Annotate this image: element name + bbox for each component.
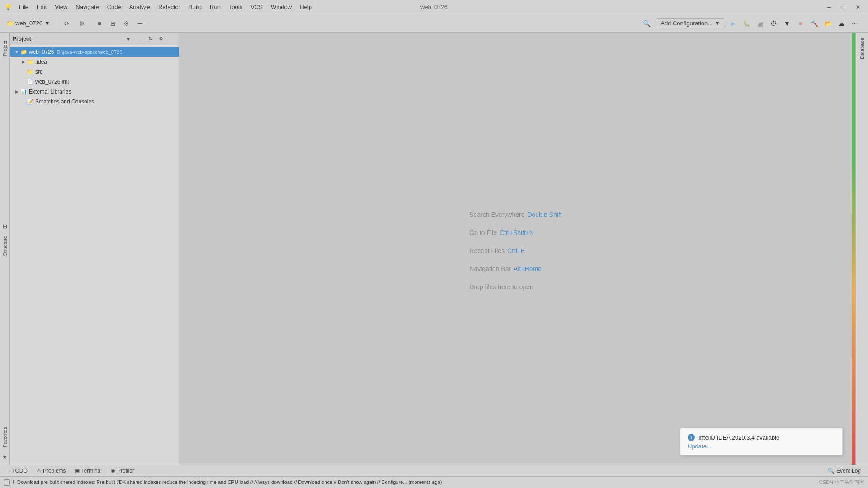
tree-item-name-src: src [35,69,42,75]
menu-vcs[interactable]: VCS [247,3,266,11]
sidebar-item-database[interactable]: Database [858,34,867,63]
tree-item-name-iml: web_0726.iml [35,79,69,85]
run-with-dropdown[interactable]: ▼ [781,18,793,29]
profiler-icon: ◉ [111,468,115,474]
notification-title: i IntelliJ IDEA 2020.3.4 available [688,434,835,441]
sidebar-item-favorites[interactable]: Favorites [1,422,9,452]
panel-close-btn[interactable]: ─ [167,34,176,43]
coverage-button[interactable]: ▣ [754,18,766,29]
maximize-button[interactable]: □ [837,3,850,12]
menu-navigate[interactable]: Navigate [72,3,102,11]
menu-edit[interactable]: Edit [33,3,50,11]
event-log-label: Event Log [836,468,861,474]
settings-button[interactable]: ⚙ [76,17,89,30]
panel-collapse-btn[interactable]: ≡ [135,34,144,43]
menu-window[interactable]: Window [267,3,295,11]
project-panel-header: Project ▼ ≡ ⇅ ⚙ ─ [10,33,179,45]
problems-icon: ⚠ [37,468,41,474]
tree-item-project-root[interactable]: ▼ 📁 web_0726 D:\java-web-space\web_0726 [10,47,179,57]
terminal-icon: ▣ [75,468,80,474]
status-bar: ⬇ Download pre-built shared indexes: Pre… [0,476,868,488]
sync-files-button[interactable]: ⟳ [61,17,73,30]
file-tree: ▼ 📁 web_0726 D:\java-web-space\web_0726 … [10,45,179,465]
menu-build[interactable]: Build [185,3,205,11]
add-configuration-button[interactable]: Add Configuration... ▼ [656,18,725,28]
toolbar-separator [57,18,57,29]
hint-goto-file: Go to File Ctrl+Shift+N [469,229,534,236]
right-sidebar: Database [855,33,868,465]
stop-button[interactable]: ■ [795,18,807,29]
expand-all-button[interactable]: ⊞ [107,17,119,30]
tab-todo[interactable]: ≡ TODO [4,467,31,475]
settings-gear-button[interactable]: ⚙ [120,17,133,30]
menu-help[interactable]: Help [296,3,316,11]
menu-analyze[interactable]: Analyze [126,3,154,11]
open-in-button[interactable]: 📂 [822,18,834,29]
project-name: web_0726 [15,20,42,27]
panel-title: Project [13,36,122,42]
profile-button[interactable]: ⏱ [768,18,779,29]
top-tab-group: Project [1,36,9,61]
menu-refactor[interactable]: Refactor [155,3,184,11]
menu-view[interactable]: View [51,3,71,11]
main-layout: Project ⊞ Structure Favorites ★ Project … [0,33,868,465]
notification-update-link[interactable]: Update... [688,443,712,450]
structure-icon[interactable]: ⊞ [1,222,9,230]
close-panel-button[interactable]: ─ [134,17,146,30]
vcs-button[interactable]: ☁ [835,18,847,29]
event-log-icon: 🔍 [828,468,835,474]
status-message: ⬇ Download pre-built shared indexes: Pre… [12,479,442,485]
add-config-label: Add Configuration... [660,20,712,27]
panel-sort-btn[interactable]: ⇅ [146,34,155,43]
menu-code[interactable]: Code [104,3,125,11]
menu-file[interactable]: File [15,3,32,11]
notification-text: IntelliJ IDEA 2020.3.4 available [698,434,779,441]
middle-tab-group: ⊞ Structure [1,222,9,261]
todo-icon: ≡ [7,468,10,474]
collapse-all-button[interactable]: ≡ [93,17,106,30]
minimize-button[interactable]: ─ [823,3,835,12]
drop-hint: Drop files here to open [469,283,533,291]
hint-navigation-bar: Navigation Bar Alt+Home [469,265,542,272]
title-bar: 💡 File Edit View Navigate Code Analyze R… [0,0,868,14]
iml-file-icon: 📄 [26,78,33,85]
tree-item-src[interactable]: ▶ 📁 src [10,67,179,77]
tree-item-scratches[interactable]: ▶ 📝 Scratches and Consoles [10,97,179,107]
build-project-button[interactable]: 🔨 [808,18,820,29]
sidebar-item-project[interactable]: Project [1,36,9,61]
run-button[interactable]: ▶ [727,18,739,29]
tab-terminal[interactable]: ▣ Terminal [71,467,105,475]
bottom-toolbar: ≡ TODO ⚠ Problems ▣ Terminal ◉ Profiler … [0,465,868,476]
sidebar-item-structure[interactable]: Structure [1,231,9,261]
tree-item-iml[interactable]: ▶ 📄 web_0726.iml [10,77,179,87]
menu-tools[interactable]: Tools [225,3,246,11]
debug-button[interactable]: 🐛 [741,18,752,29]
close-button[interactable]: ✕ [852,3,864,12]
menu-bar: File Edit View Navigate Code Analyze Ref… [15,3,823,11]
tab-problems[interactable]: ⚠ Problems [33,467,70,475]
more-button[interactable]: ⋯ [849,18,861,29]
project-folder-icon: 📁 [20,48,27,56]
tree-arrow-root: ▼ [14,49,20,55]
event-log-button[interactable]: 🔍 Event Log [824,467,864,475]
star-icon[interactable]: ★ [1,453,9,461]
add-config-dropdown-icon: ▼ [714,20,720,27]
project-dropdown-icon: ▼ [44,20,50,27]
tab-problems-label: Problems [43,468,66,474]
src-folder-icon: 📁 [26,68,33,75]
tab-profiler[interactable]: ◉ Profiler [107,467,138,475]
panel-dropdown-icon[interactable]: ▼ [124,34,133,43]
search-everywhere-button[interactable]: 🔍 [640,17,653,30]
tree-arrow-idea: ▶ [20,59,26,65]
tree-item-path-root: D:\java-web-space\web_0726 [57,49,122,55]
panel-gear-btn[interactable]: ⚙ [156,34,165,43]
status-checkbox[interactable] [4,479,10,486]
tree-arrow-ext-libs: ▶ [14,89,20,95]
menu-run[interactable]: Run [206,3,224,11]
project-selector[interactable]: 📁 web_0726 ▼ [4,19,53,28]
tab-todo-label: TODO [12,468,27,474]
tree-item-idea[interactable]: ▶ 📁 .idea [10,57,179,67]
color-strip [852,33,855,465]
hint-search-everywhere: Search Everywhere Double Shift [469,211,561,218]
tree-item-external-libs[interactable]: ▶ 📊 External Libraries [10,87,179,97]
